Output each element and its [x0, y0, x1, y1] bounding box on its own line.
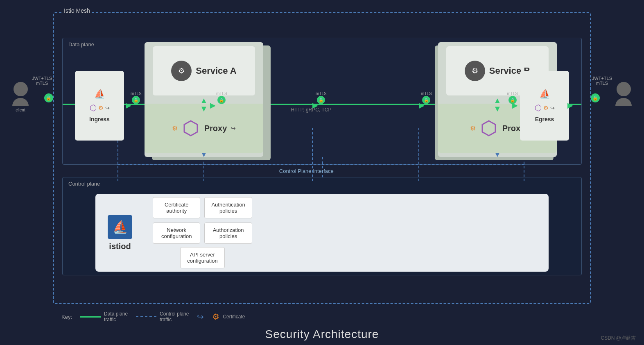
left-user-text: client	[16, 108, 25, 112]
down-arrow-proxy-a: ▼	[201, 151, 207, 159]
page-title: Security Architecture	[265, 328, 379, 341]
mtls-middle: mTLS 🔒	[316, 91, 327, 104]
watermark: CSDN @卢延吉	[601, 335, 636, 342]
lock-icon-middle: 🔒	[317, 96, 325, 104]
istio-mesh-border: Istio Mesh Data plane ⛵ ⬡ ⚙ ↪ Ingress	[53, 12, 591, 304]
network-config-component: Networkconfiguration	[153, 222, 200, 244]
main-container: Istio Mesh Data plane ⛵ ⬡ ⚙ ↪ Ingress	[0, 0, 644, 345]
sail-icon-egress: ⛵	[539, 89, 550, 100]
data-plane-region: Data plane ⛵ ⬡ ⚙ ↪ Ingress	[62, 38, 582, 165]
mtls-egress-right: mTLS 🔒	[507, 91, 518, 104]
ctrl-traffic-line-key	[136, 316, 156, 317]
ctrl-line-horizontal	[118, 164, 524, 165]
service-a-vert-arrows: ▲ ▼	[200, 96, 208, 113]
key-section: Key: Data planetraffic Control planetraf…	[61, 311, 245, 322]
ctrl-line-proxy-b	[418, 128, 419, 181]
ingress-label: Ingress	[89, 116, 110, 123]
gear-icon-egress: ⚙	[543, 104, 549, 111]
sail-icon-ingress: ⛵	[94, 89, 105, 100]
gear-icon-proxy-b: ⚙	[470, 125, 476, 132]
svg-text:⚙: ⚙	[178, 67, 185, 75]
service-a-label: Service A	[196, 66, 236, 76]
svg-marker-5	[482, 121, 495, 136]
down-arrow-proxy-b: ▼	[494, 151, 501, 159]
key-label: Key:	[61, 314, 72, 320]
control-plane-region: Control plane ⛵ istiod Certificateauthor…	[62, 177, 582, 275]
hex-icon-proxy-a	[182, 119, 200, 138]
lock-icon-left-ingress: 🔒	[132, 96, 140, 104]
arrow-icon-ingress: ↪	[105, 105, 110, 111]
right-user	[615, 82, 632, 106]
jwt-label-left: JWT+TLS mTLS	[32, 76, 52, 86]
hex-icon-egress: ⬡	[535, 103, 542, 113]
service-b-vert-arrows: ▲ ▼	[493, 96, 502, 113]
auth-policies-component: Authenticationpolicies	[204, 197, 252, 218]
mtls-left-ingress: mTLS 🔒	[131, 91, 142, 104]
egress-box: ⛵ ⬡ ⚙ ↪ Egress	[520, 71, 569, 141]
certificate-label: Certificate	[223, 314, 245, 320]
istiod-container: ⛵ istiod Certificateauthority Authentica…	[95, 194, 549, 272]
arrow-final: ▶	[567, 101, 573, 110]
service-a-icon: ⚙	[171, 61, 192, 81]
service-b-icon: ⚙	[465, 61, 485, 81]
right-user-head	[617, 82, 631, 96]
arrow-proxy-a: ↪	[231, 125, 236, 132]
sail-logo-icon: ⛵	[113, 220, 128, 234]
left-user-head	[14, 82, 28, 96]
http-label: HTTP, gRPC, TCP	[291, 107, 331, 113]
lock-icon-proxy-a-left: 🔒	[217, 96, 226, 104]
istiod-logo: ⛵	[108, 215, 132, 239]
hex-icon-proxy-b	[480, 119, 498, 138]
arrow-icon-egress: ↪	[550, 105, 555, 111]
data-traffic-key: Data planetraffic	[80, 311, 128, 322]
istiod-name: istiod	[109, 242, 131, 251]
jwt-label-right: JWT+TLS mTLS	[592, 76, 612, 86]
cert-icon-key-item: ⚙ Certificate	[212, 312, 245, 322]
egress-label: Egress	[535, 116, 554, 123]
ctrl-traffic-key: Control planetraffic	[136, 311, 189, 322]
gear-icon-proxy-a: ⚙	[172, 125, 178, 132]
right-user-body	[615, 98, 632, 106]
ingress-box: ⛵ ⬡ ⚙ ↪ Ingress	[75, 71, 124, 141]
data-plane-label: Data plane	[68, 41, 94, 48]
control-plane-label: Control plane	[68, 181, 100, 187]
istiod-api-row: API serverconfiguration	[153, 247, 252, 268]
svg-text:⚙: ⚙	[472, 67, 478, 75]
hex-icon-ingress: ⬡	[90, 103, 97, 113]
data-traffic-line-key	[80, 316, 101, 318]
service-a-container: ⚙ Service A ▲ ▼ ⚙	[145, 42, 263, 157]
mtls-proxy-a-left: mTLS 🔒	[216, 91, 227, 104]
svg-marker-2	[184, 121, 197, 136]
lock-icon-egress-right: 🔒	[508, 96, 517, 104]
ctrl-interface-label: Control Plane Interface	[279, 168, 334, 174]
gear-icon-ingress: ⚙	[98, 104, 104, 111]
ctrl-line-istiod-up	[322, 157, 323, 177]
left-user-body	[12, 98, 29, 106]
lock-icon-proxy-b: 🔒	[422, 96, 430, 104]
arrow-key-icon: ↪	[197, 312, 204, 322]
lock-badge-left: 🔒	[44, 93, 53, 102]
service-a-box: ⚙ Service A	[153, 46, 255, 95]
ctrl-traffic-label: Control planetraffic	[160, 311, 189, 322]
cert-key-item: ↪	[197, 312, 204, 322]
mtls-proxy-b: mTLS 🔒	[421, 91, 432, 104]
istiod-logo-section: ⛵ istiod	[108, 215, 132, 251]
left-user: client	[12, 82, 29, 112]
istiod-components-grid: Certificateauthority Authenticationpolic…	[153, 197, 252, 244]
istio-mesh-label: Istio Mesh	[62, 7, 92, 14]
istiod-components-section: Certificateauthority Authenticationpolic…	[153, 197, 252, 268]
api-server-component: API serverconfiguration	[180, 247, 224, 268]
proxy-a-label: Proxy	[204, 124, 227, 133]
arrow-enter-proxy-a: ▶	[210, 101, 216, 110]
data-traffic-label: Data planetraffic	[104, 311, 128, 322]
cert-gear-icon: ⚙	[212, 312, 219, 322]
authz-policies-component: Authorizationpolicies	[204, 222, 252, 244]
lock-badge-right: 🔒	[591, 93, 600, 102]
cert-authority-component: Certificateauthority	[153, 197, 200, 218]
